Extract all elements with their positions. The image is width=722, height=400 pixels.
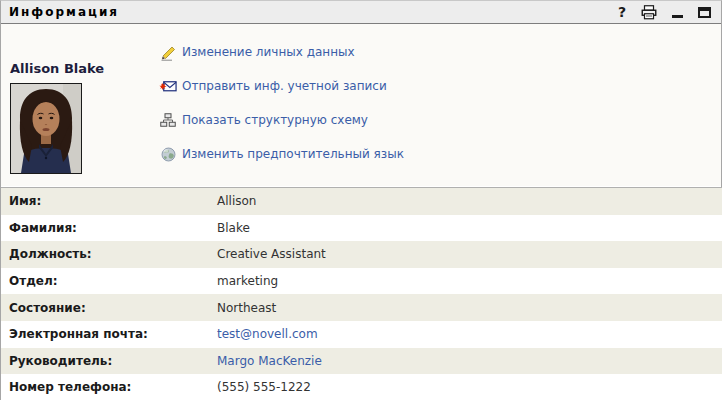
field-value: Northeast [217,301,276,315]
action-change-language[interactable]: Изменить предпочтительный язык [159,142,404,166]
titlebar: Информация ? [1,1,721,24]
action-show-org-chart[interactable]: Показать структурную схему [159,108,404,132]
table-row-last-name: Фамилия: Blake [1,215,722,242]
quick-actions: Изменение личных данных Отправить инф. у… [159,40,404,176]
profile-details-table: Имя: Allison Фамилия: Blake Должность: C… [1,187,722,400]
action-label: Отправить инф. учетной записи [182,79,387,93]
send-mail-icon [159,79,177,94]
action-label: Изменение личных данных [182,45,355,59]
page-title: Информация [9,5,119,19]
minimize-icon[interactable] [672,7,683,18]
profile-photo [10,83,82,174]
field-label: Фамилия: [1,221,217,235]
field-label: Должность: [1,247,217,261]
email-link[interactable]: test@novell.com [217,327,318,341]
portrait-image [11,84,81,173]
field-label: Состояние: [1,301,217,315]
titlebar-icons: ? [618,5,711,20]
field-label: Номер телефона: [1,380,217,394]
action-send-account-info[interactable]: Отправить инф. учетной записи [159,74,404,98]
profile-display-name: Allison Blake [10,61,104,76]
table-row-email: Электронная почта: test@novell.com [1,321,722,348]
table-row-title: Должность: Creative Assistant [1,241,722,268]
globe-icon [159,147,177,162]
field-value: marketing [217,274,278,288]
field-label: Имя: [1,194,217,208]
field-value: Blake [217,221,250,235]
table-row-region: Состояние: Northeast [1,294,722,321]
manager-link[interactable]: Margo MacKenzie [217,354,322,368]
field-label: Отдел: [1,274,217,288]
field-label: Электронная почта: [1,327,217,341]
info-panel: Информация ? Allison Blake [0,0,722,400]
action-label: Показать структурную схему [182,113,368,127]
table-row-department: Отдел: marketing [1,268,722,295]
field-value: Creative Assistant [217,247,326,261]
print-icon[interactable] [641,5,657,20]
table-row-phone: Номер телефона: (555) 555-1222 [1,374,722,400]
table-row-manager: Руководитель: Margo MacKenzie [1,348,722,375]
field-label: Руководитель: [1,354,217,368]
action-edit-personal-data[interactable]: Изменение личных данных [159,40,404,64]
field-value: Allison [217,194,256,208]
table-row-first-name: Имя: Allison [1,188,722,215]
org-chart-icon [159,113,177,127]
help-icon[interactable]: ? [618,5,626,19]
action-label: Изменить предпочтительный язык [182,147,404,161]
edit-pencil-icon [159,44,177,61]
field-value: (555) 555-1222 [217,380,311,394]
profile-header: Allison Blake [1,24,721,186]
maximize-icon[interactable] [698,7,711,18]
